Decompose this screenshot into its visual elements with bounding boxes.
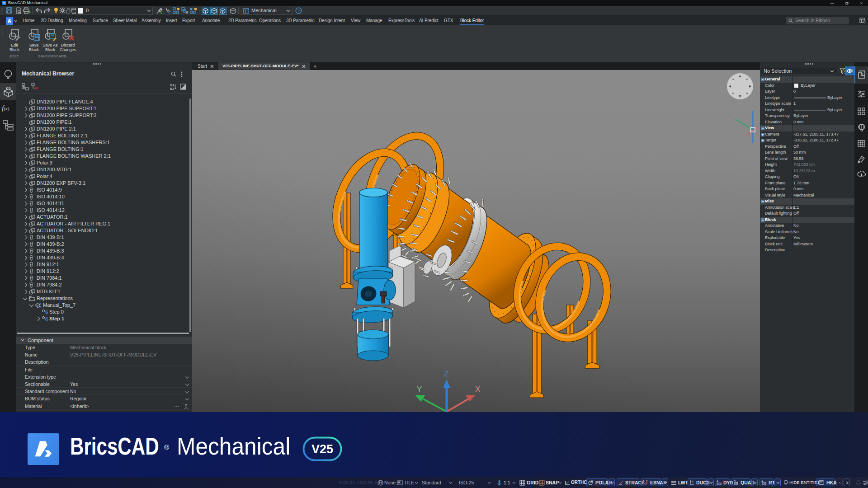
svg-text:V25: V25: [311, 442, 333, 456]
svg-text:Y: Y: [417, 385, 422, 394]
svg-text:DA: DA: [170, 84, 175, 87]
svg-text:X: X: [475, 385, 480, 394]
svg-text:BZ: BZ: [170, 87, 175, 90]
svg-text:Z: Z: [444, 370, 448, 378]
svg-text:?: ?: [297, 9, 300, 13]
